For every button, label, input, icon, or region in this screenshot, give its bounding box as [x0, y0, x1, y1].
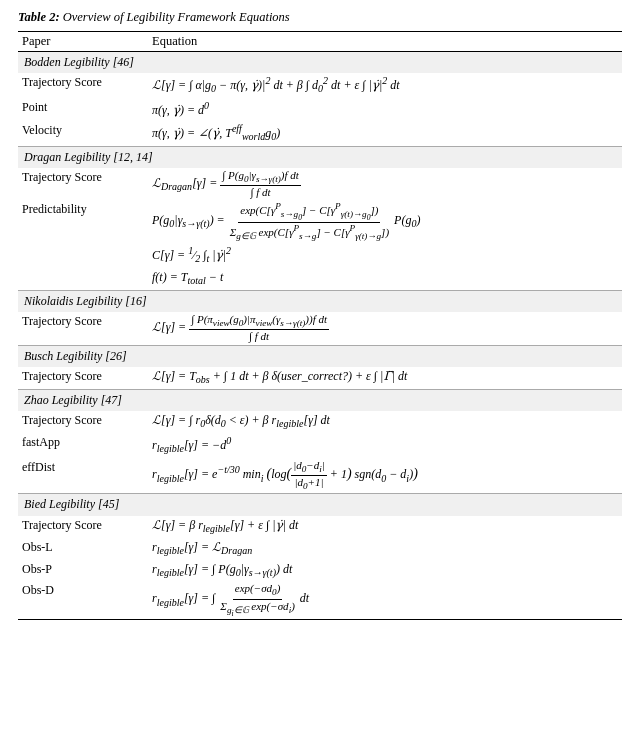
section-label-busch: Busch Legibility [26]: [18, 345, 622, 367]
section-header-bodden: Bodden Legibility [46]: [18, 52, 622, 74]
equation-cell: ℒ[γ] = ∫ P(πview(g0)|πview(γs→γ(t)))f dt…: [148, 312, 622, 345]
equation-cell: ℒDragan[γ] = ∫ P(g0|γs→γ(t))f dt∫ f dt: [148, 168, 622, 200]
equation-cell: C[γ] = 1⁄2 ∫t |γ̇|2: [148, 243, 622, 268]
equation-cell: ℒ[γ] = ∫ α|g0 − π(γ, γ̇)|2 dt + β ∫ d02 …: [148, 73, 622, 98]
table-row: Trajectory Scoreℒ[γ] = Tobs + ∫ 1 dt + β…: [18, 367, 622, 389]
paper-cell: Obs-L: [18, 538, 148, 560]
table-row: Obs-Lrlegible[γ] = ℒDragan: [18, 538, 622, 560]
section-label-nikolaidis: Nikolaidis Legibility [16]: [18, 290, 622, 312]
table-row: effDistrlegible[γ] = e−t/30 mini (log(|d…: [18, 458, 622, 494]
table-title: Table 2: Overview of Legibility Framewor…: [18, 10, 622, 25]
equation-cell: f(t) = Ttotal − t: [148, 268, 622, 290]
table-row: Trajectory Scoreℒ[γ] = ∫ P(πview(g0)|πvi…: [18, 312, 622, 345]
equation-cell: π(γ, γ̇) = d0: [148, 98, 622, 120]
section-header-zhao: Zhao Legibility [47]: [18, 389, 622, 411]
paper-cell: fastApp: [18, 433, 148, 458]
section-header-busch: Busch Legibility [26]: [18, 345, 622, 367]
section-header-bied: Bied Legibility [45]: [18, 494, 622, 516]
equation-cell: π(γ, γ̇) = ∠(γ̇, Teffworldg0): [148, 121, 622, 146]
equation-cell: rlegible[γ] = e−t/30 mini (log(|d0−di||d…: [148, 458, 622, 494]
paper-cell: [18, 268, 148, 290]
table-row: fastApprlegible[γ] = −d0: [18, 433, 622, 458]
table-row: C[γ] = 1⁄2 ∫t |γ̇|2: [18, 243, 622, 268]
section-label-bodden: Bodden Legibility [46]: [18, 52, 622, 74]
paper-cell: Trajectory Score: [18, 73, 148, 98]
equation-cell: rlegible[γ] = −d0: [148, 433, 622, 458]
table-row: PredictabilityP(g0|γs→γ(t)) = exp(C[γPs→…: [18, 200, 622, 243]
paper-cell: Obs-P: [18, 560, 148, 582]
paper-cell: Velocity: [18, 121, 148, 146]
table-row: Trajectory Scoreℒ[γ] = ∫ r0δ(d0 < ε) + β…: [18, 411, 622, 433]
equation-cell: rlegible[γ] = ∫ P(g0|γs→γ(t)) dt: [148, 560, 622, 582]
paper-cell: Trajectory Score: [18, 516, 148, 538]
equation-cell: P(g0|γs→γ(t)) = exp(C[γPs→g0] − C[γPγ(t)…: [148, 200, 622, 243]
table-row: f(t) = Ttotal − t: [18, 268, 622, 290]
table-row: Obs-Prlegible[γ] = ∫ P(g0|γs→γ(t)) dt: [18, 560, 622, 582]
paper-cell: Trajectory Score: [18, 411, 148, 433]
equation-cell: ℒ[γ] = β rlegible[γ] + ε ∫ |γ̇| dt: [148, 516, 622, 538]
table-row: Velocityπ(γ, γ̇) = ∠(γ̇, Teffworldg0): [18, 121, 622, 146]
main-table: Paper Equation Bodden Legibility [46]Tra…: [18, 31, 622, 620]
equation-cell: ℒ[γ] = Tobs + ∫ 1 dt + β δ(user_correct?…: [148, 367, 622, 389]
section-label-zhao: Zhao Legibility [47]: [18, 389, 622, 411]
table-row: Obs-Drlegible[γ] = ∫ exp(−σd0)Σgi∈𝔾 exp(…: [18, 581, 622, 619]
table-row: Trajectory Scoreℒ[γ] = ∫ α|g0 − π(γ, γ̇)…: [18, 73, 622, 98]
table-row: Trajectory ScoreℒDragan[γ] = ∫ P(g0|γs→γ…: [18, 168, 622, 200]
equation-cell: ℒ[γ] = ∫ r0δ(d0 < ε) + β rlegible[γ] dt: [148, 411, 622, 433]
col-header-equation: Equation: [148, 32, 622, 52]
section-header-nikolaidis: Nikolaidis Legibility [16]: [18, 290, 622, 312]
paper-cell: Trajectory Score: [18, 312, 148, 345]
section-header-dragan: Dragan Legibility [12, 14]: [18, 146, 622, 168]
table-row: Pointπ(γ, γ̇) = d0: [18, 98, 622, 120]
paper-cell: Point: [18, 98, 148, 120]
section-label-bied: Bied Legibility [45]: [18, 494, 622, 516]
paper-cell: Predictability: [18, 200, 148, 243]
paper-cell: effDist: [18, 458, 148, 494]
section-label-dragan: Dragan Legibility [12, 14]: [18, 146, 622, 168]
equation-cell: rlegible[γ] = ℒDragan: [148, 538, 622, 560]
paper-cell: Trajectory Score: [18, 367, 148, 389]
paper-cell: [18, 243, 148, 268]
equation-cell: rlegible[γ] = ∫ exp(−σd0)Σgi∈𝔾 exp(−σdi)…: [148, 581, 622, 619]
paper-cell: Trajectory Score: [18, 168, 148, 200]
col-header-paper: Paper: [18, 32, 148, 52]
table-row: Trajectory Scoreℒ[γ] = β rlegible[γ] + ε…: [18, 516, 622, 538]
paper-cell: Obs-D: [18, 581, 148, 619]
